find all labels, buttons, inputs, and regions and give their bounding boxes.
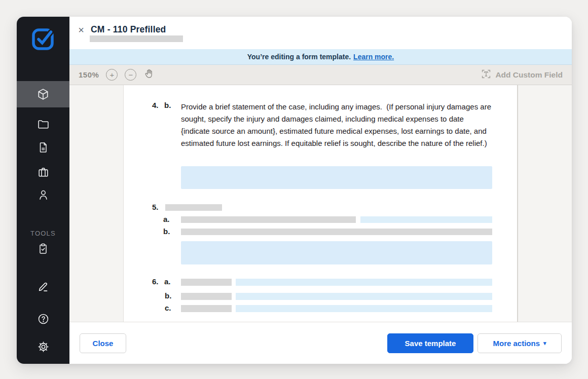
chevron-down-icon: ▾ — [543, 340, 546, 346]
item-6-number: 6. — [152, 277, 159, 286]
form-field-highlight[interactable] — [181, 166, 492, 189]
editor-footer: Close Save template More actions ▾ — [69, 322, 572, 364]
item-5b-letter: b. — [163, 227, 170, 236]
app-background: TOOLS — [0, 0, 588, 379]
sidebar-item-document[interactable] — [17, 134, 69, 161]
form-field-highlight-bar[interactable] — [236, 293, 492, 300]
redacted-text-bar — [181, 229, 492, 235]
zoom-in-button[interactable]: + — [106, 69, 118, 81]
template-editing-banner: You’re editing a form template. Learn mo… — [69, 49, 572, 65]
document-icon — [37, 141, 49, 154]
sidebar: TOOLS — [17, 17, 69, 364]
close-button[interactable]: Close — [80, 333, 126, 353]
add-custom-field-icon — [481, 69, 491, 81]
sidebar-item-help[interactable] — [17, 306, 69, 332]
redacted-text-bar — [181, 305, 232, 312]
viewer-divider — [518, 85, 518, 322]
sidebar-item-settings[interactable] — [17, 333, 69, 360]
item-5a-letter: a. — [163, 215, 170, 224]
form-field-highlight-bar[interactable] — [360, 216, 492, 223]
title-placeholder-bar — [90, 35, 183, 42]
sidebar-item-folder[interactable] — [17, 111, 69, 137]
person-icon — [37, 188, 50, 201]
redacted-text-bar — [181, 293, 232, 300]
add-custom-field-label: Add Custom Field — [495, 70, 563, 80]
item-4b-text: Provide a brief statement of the case, i… — [181, 101, 492, 149]
add-custom-field-button[interactable]: Add Custom Field — [481, 69, 563, 81]
learn-more-link[interactable]: Learn more. — [353, 53, 394, 61]
hand-icon — [143, 68, 155, 82]
zoom-out-button[interactable]: − — [125, 69, 136, 81]
item-4b-letter: b. — [164, 101, 171, 110]
item-6b-letter: b. — [165, 291, 171, 300]
pen-icon — [37, 280, 50, 293]
more-actions-button[interactable]: More actions ▾ — [477, 333, 562, 353]
app-logo — [17, 25, 69, 54]
form-template-editor-modal: TOOLS — [17, 17, 572, 364]
viewer-toolbar: 150% + − — [69, 65, 572, 85]
form-page: 4. b. Provide a brief statement of the c… — [123, 85, 518, 322]
form-field-highlight-bar[interactable] — [236, 305, 492, 312]
redacted-text-bar — [181, 279, 232, 286]
item-5-number: 5. — [152, 203, 159, 212]
gear-icon — [37, 340, 50, 353]
item-6c-letter: c. — [165, 304, 171, 313]
editor-header: × CM - 110 Prefilled — [69, 17, 572, 49]
banner-message: You’re editing a form template. — [247, 53, 351, 61]
check-square-logo-icon — [29, 25, 57, 54]
clipboard-check-icon — [37, 243, 49, 255]
box-icon — [36, 88, 50, 101]
help-icon — [37, 313, 50, 325]
form-field-highlight[interactable] — [181, 241, 492, 264]
sidebar-item-box[interactable] — [17, 81, 69, 107]
briefcase-icon — [37, 166, 50, 178]
minus-icon: − — [128, 71, 133, 79]
more-actions-label: More actions — [493, 339, 540, 348]
editor-main: × CM - 110 Prefilled You’re editing a fo… — [69, 17, 572, 364]
form-field-highlight-bar[interactable] — [236, 279, 492, 286]
redacted-text-bar — [165, 204, 222, 211]
pan-tool-button[interactable] — [143, 68, 155, 82]
item-6a-letter: a. — [164, 277, 171, 286]
redacted-text-bar — [181, 216, 356, 223]
document-viewer: 4. b. Provide a brief statement of the c… — [69, 85, 572, 322]
save-template-button[interactable]: Save template — [387, 333, 473, 353]
plus-icon: + — [109, 71, 114, 79]
sidebar-item-pen[interactable] — [17, 273, 69, 299]
sidebar-item-person[interactable] — [17, 181, 69, 208]
close-icon[interactable]: × — [76, 25, 87, 35]
page-title: CM - 110 Prefilled — [91, 24, 166, 35]
zoom-level: 150% — [79, 70, 99, 79]
folder-icon — [37, 118, 50, 131]
item-4-number: 4. — [152, 101, 159, 110]
sidebar-item-clipboard[interactable] — [17, 236, 69, 262]
